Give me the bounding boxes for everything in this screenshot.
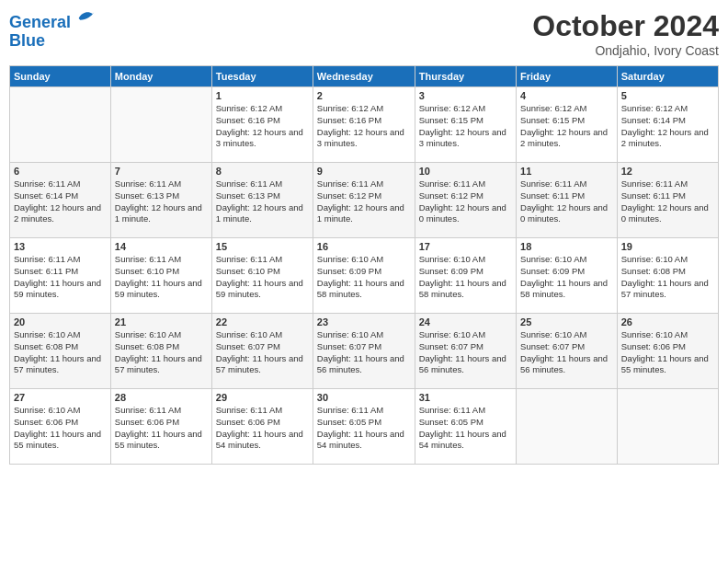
day-number: 28 bbox=[115, 392, 208, 403]
calendar-cell: 22Sunrise: 6:10 AMSunset: 6:07 PMDayligh… bbox=[211, 314, 313, 389]
sunrise-text: Sunrise: 6:11 AM bbox=[216, 178, 309, 190]
cell-content: Sunrise: 6:11 AMSunset: 6:06 PMDaylight:… bbox=[216, 405, 309, 452]
day-number: 17 bbox=[419, 241, 512, 252]
daylight-text: Daylight: 11 hours and 56 minutes. bbox=[317, 353, 411, 377]
sunset-text: Sunset: 6:16 PM bbox=[216, 115, 309, 127]
sunset-text: Sunset: 6:11 PM bbox=[520, 190, 613, 202]
week-row-1: 1Sunrise: 6:12 AMSunset: 6:16 PMDaylight… bbox=[10, 87, 719, 163]
day-number: 29 bbox=[216, 392, 309, 403]
daylight-text: Daylight: 11 hours and 57 minutes. bbox=[621, 278, 714, 302]
day-number: 18 bbox=[520, 241, 613, 252]
cell-content: Sunrise: 6:10 AMSunset: 6:07 PMDaylight:… bbox=[520, 329, 613, 376]
week-row-2: 6Sunrise: 6:11 AMSunset: 6:14 PMDaylight… bbox=[10, 163, 719, 238]
calendar-cell: 25Sunrise: 6:10 AMSunset: 6:07 PMDayligh… bbox=[517, 314, 618, 389]
daylight-text: Daylight: 11 hours and 56 minutes. bbox=[520, 353, 613, 377]
daylight-text: Daylight: 11 hours and 55 minutes. bbox=[621, 353, 714, 377]
sunset-text: Sunset: 6:10 PM bbox=[216, 266, 309, 278]
cell-content: Sunrise: 6:11 AMSunset: 6:12 PMDaylight:… bbox=[317, 178, 411, 225]
calendar-cell: 10Sunrise: 6:11 AMSunset: 6:12 PMDayligh… bbox=[415, 163, 516, 238]
daylight-text: Daylight: 12 hours and 0 minutes. bbox=[520, 202, 613, 226]
cell-content: Sunrise: 6:10 AMSunset: 6:06 PMDaylight:… bbox=[14, 405, 107, 452]
calendar-cell: 7Sunrise: 6:11 AMSunset: 6:13 PMDaylight… bbox=[110, 163, 211, 238]
daylight-text: Daylight: 12 hours and 1 minute. bbox=[216, 202, 309, 226]
calendar-cell: 18Sunrise: 6:10 AMSunset: 6:09 PMDayligh… bbox=[517, 238, 618, 314]
sunset-text: Sunset: 6:06 PM bbox=[621, 341, 714, 353]
sunrise-text: Sunrise: 6:11 AM bbox=[317, 405, 411, 417]
calendar-cell: 23Sunrise: 6:10 AMSunset: 6:07 PMDayligh… bbox=[313, 314, 415, 389]
calendar-cell: 28Sunrise: 6:11 AMSunset: 6:06 PMDayligh… bbox=[110, 389, 211, 465]
col-monday: Monday bbox=[110, 66, 211, 87]
day-number: 27 bbox=[14, 392, 107, 403]
cell-content: Sunrise: 6:10 AMSunset: 6:08 PMDaylight:… bbox=[621, 254, 714, 301]
sunrise-text: Sunrise: 6:10 AM bbox=[115, 329, 208, 341]
sunset-text: Sunset: 6:15 PM bbox=[419, 115, 512, 127]
daylight-text: Daylight: 11 hours and 58 minutes. bbox=[317, 278, 411, 302]
week-row-5: 27Sunrise: 6:10 AMSunset: 6:06 PMDayligh… bbox=[10, 389, 719, 465]
sunrise-text: Sunrise: 6:12 AM bbox=[520, 103, 613, 115]
daylight-text: Daylight: 12 hours and 0 minutes. bbox=[419, 202, 512, 226]
cell-content: Sunrise: 6:11 AMSunset: 6:05 PMDaylight:… bbox=[419, 405, 512, 452]
day-number: 23 bbox=[317, 316, 411, 327]
day-number: 6 bbox=[14, 166, 107, 177]
sunrise-text: Sunrise: 6:10 AM bbox=[14, 405, 107, 417]
day-number: 26 bbox=[621, 316, 714, 327]
calendar-body: 1Sunrise: 6:12 AMSunset: 6:16 PMDaylight… bbox=[10, 87, 719, 465]
calendar-cell: 26Sunrise: 6:10 AMSunset: 6:06 PMDayligh… bbox=[617, 314, 718, 389]
calendar-cell bbox=[110, 87, 211, 163]
daylight-text: Daylight: 12 hours and 0 minutes. bbox=[621, 202, 714, 226]
daylight-text: Daylight: 11 hours and 59 minutes. bbox=[14, 278, 107, 302]
sunrise-text: Sunrise: 6:11 AM bbox=[115, 178, 208, 190]
day-number: 31 bbox=[419, 392, 512, 403]
cell-content: Sunrise: 6:10 AMSunset: 6:09 PMDaylight:… bbox=[419, 254, 512, 301]
sunset-text: Sunset: 6:05 PM bbox=[317, 417, 411, 429]
sunrise-text: Sunrise: 6:10 AM bbox=[317, 329, 411, 341]
daylight-text: Daylight: 12 hours and 3 minutes. bbox=[419, 127, 512, 151]
sunrise-text: Sunrise: 6:10 AM bbox=[520, 254, 613, 266]
sunset-text: Sunset: 6:14 PM bbox=[14, 190, 107, 202]
sunrise-text: Sunrise: 6:11 AM bbox=[115, 405, 208, 417]
logo-general: General bbox=[9, 13, 71, 31]
daylight-text: Daylight: 12 hours and 2 minutes. bbox=[621, 127, 714, 151]
calendar-cell: 1Sunrise: 6:12 AMSunset: 6:16 PMDaylight… bbox=[211, 87, 313, 163]
day-number: 20 bbox=[14, 316, 107, 327]
daylight-text: Daylight: 11 hours and 58 minutes. bbox=[520, 278, 613, 302]
calendar-cell: 21Sunrise: 6:10 AMSunset: 6:08 PMDayligh… bbox=[110, 314, 211, 389]
sunrise-text: Sunrise: 6:11 AM bbox=[14, 254, 107, 266]
cell-content: Sunrise: 6:10 AMSunset: 6:09 PMDaylight:… bbox=[520, 254, 613, 301]
sunrise-text: Sunrise: 6:11 AM bbox=[621, 178, 714, 190]
sunset-text: Sunset: 6:07 PM bbox=[520, 341, 613, 353]
daylight-text: Daylight: 11 hours and 57 minutes. bbox=[14, 353, 107, 377]
daylight-text: Daylight: 11 hours and 55 minutes. bbox=[115, 429, 208, 453]
calendar-header: Sunday Monday Tuesday Wednesday Thursday… bbox=[10, 66, 719, 87]
calendar-cell: 16Sunrise: 6:10 AMSunset: 6:09 PMDayligh… bbox=[313, 238, 415, 314]
calendar-cell: 4Sunrise: 6:12 AMSunset: 6:15 PMDaylight… bbox=[517, 87, 618, 163]
col-thursday: Thursday bbox=[415, 66, 516, 87]
sunset-text: Sunset: 6:09 PM bbox=[520, 266, 613, 278]
logo-text: General bbox=[9, 9, 96, 32]
page-header: General Blue October 2024 Ondjahio, Ivor… bbox=[9, 9, 719, 58]
cell-content: Sunrise: 6:11 AMSunset: 6:11 PMDaylight:… bbox=[520, 178, 613, 225]
calendar-cell: 31Sunrise: 6:11 AMSunset: 6:05 PMDayligh… bbox=[415, 389, 516, 465]
calendar-cell: 6Sunrise: 6:11 AMSunset: 6:14 PMDaylight… bbox=[10, 163, 111, 238]
sunrise-text: Sunrise: 6:10 AM bbox=[14, 329, 107, 341]
sunset-text: Sunset: 6:13 PM bbox=[115, 190, 208, 202]
daylight-text: Daylight: 11 hours and 57 minutes. bbox=[115, 353, 208, 377]
cell-content: Sunrise: 6:10 AMSunset: 6:08 PMDaylight:… bbox=[115, 329, 208, 376]
calendar-cell: 17Sunrise: 6:10 AMSunset: 6:09 PMDayligh… bbox=[415, 238, 516, 314]
cell-content: Sunrise: 6:10 AMSunset: 6:09 PMDaylight:… bbox=[317, 254, 411, 301]
day-number: 22 bbox=[216, 316, 309, 327]
day-number: 21 bbox=[115, 316, 208, 327]
daylight-text: Daylight: 11 hours and 54 minutes. bbox=[419, 429, 512, 453]
sunset-text: Sunset: 6:12 PM bbox=[419, 190, 512, 202]
calendar-cell: 13Sunrise: 6:11 AMSunset: 6:11 PMDayligh… bbox=[10, 238, 111, 314]
calendar-cell bbox=[10, 87, 111, 163]
col-wednesday: Wednesday bbox=[313, 66, 415, 87]
cell-content: Sunrise: 6:10 AMSunset: 6:07 PMDaylight:… bbox=[216, 329, 309, 376]
sunset-text: Sunset: 6:08 PM bbox=[14, 341, 107, 353]
day-number: 1 bbox=[216, 90, 309, 101]
month-title: October 2024 bbox=[532, 9, 719, 43]
day-number: 4 bbox=[520, 90, 613, 101]
day-number: 9 bbox=[317, 166, 411, 177]
calendar-cell: 29Sunrise: 6:11 AMSunset: 6:06 PMDayligh… bbox=[211, 389, 313, 465]
day-number: 13 bbox=[14, 241, 107, 252]
